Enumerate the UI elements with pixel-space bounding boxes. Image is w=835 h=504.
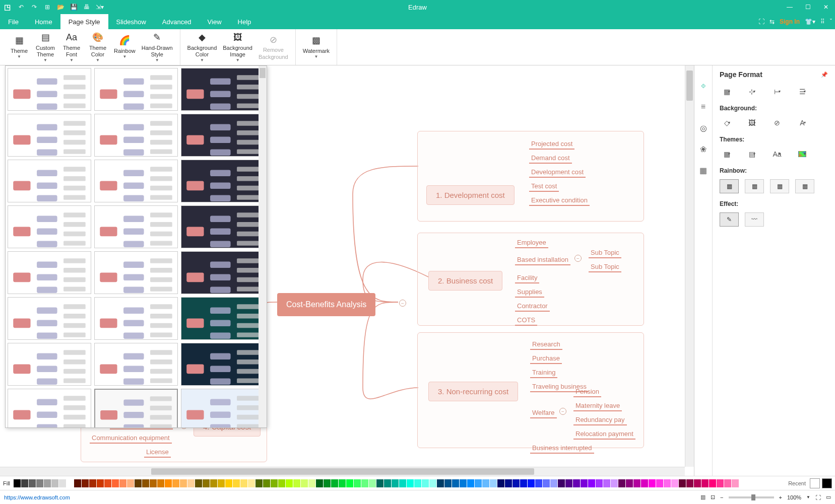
leaf[interactable]: Based installation	[515, 255, 570, 265]
color-swatch[interactable]	[97, 479, 104, 487]
leaf[interactable]: Communication equipment	[90, 433, 172, 444]
color-swatch[interactable]	[74, 479, 81, 487]
expand-toggle[interactable]: −	[574, 255, 582, 262]
bg-watermark-icon[interactable]: A▼	[795, 117, 809, 129]
bg-remove-icon[interactable]: ⊘	[770, 117, 784, 129]
color-swatch[interactable]	[14, 479, 21, 487]
theme-palette-icon[interactable]: ▼	[795, 148, 809, 160]
color-swatch[interactable]	[497, 479, 504, 487]
theme-thumbnail[interactable]	[8, 389, 91, 428]
theme-thumbnail[interactable]	[181, 297, 265, 340]
undo-icon[interactable]: ↶	[17, 3, 25, 11]
theme-thumbnail[interactable]	[181, 160, 265, 202]
theme-thumbnail[interactable]	[181, 205, 265, 248]
color-swatch[interactable]	[543, 479, 550, 487]
color-swatch[interactable]	[271, 479, 278, 487]
color-swatch[interactable]	[633, 479, 640, 487]
leaf[interactable]: Supplies	[515, 287, 544, 298]
layout-option-4[interactable]: ☰▼	[795, 86, 809, 98]
color-swatch[interactable]	[89, 479, 96, 487]
color-swatch[interactable]	[376, 479, 383, 487]
leaf[interactable]: Test cost	[529, 181, 559, 192]
color-swatch[interactable]	[36, 479, 43, 487]
leaf[interactable]: Relocation payment	[573, 429, 635, 440]
color-swatch[interactable]	[316, 479, 323, 487]
leaf[interactable]: License	[144, 447, 171, 458]
theme-thumbnail[interactable]	[94, 251, 178, 294]
color-swatch[interactable]	[339, 479, 346, 487]
color-swatch[interactable]	[444, 479, 452, 487]
theme-custom-icon[interactable]: ▤▼	[745, 148, 759, 160]
color-swatch[interactable]	[414, 479, 421, 487]
sign-in-link[interactable]: Sign In	[780, 18, 800, 25]
color-swatch[interactable]	[82, 479, 89, 487]
color-swatch[interactable]	[218, 479, 225, 487]
color-swatch[interactable]	[724, 479, 731, 487]
tab-help[interactable]: Help	[230, 14, 260, 29]
color-swatch[interactable]	[301, 479, 308, 487]
theme-thumbnail[interactable]	[8, 114, 91, 157]
color-swatch[interactable]	[671, 479, 678, 487]
horizontal-scrollbar[interactable]	[0, 467, 685, 476]
bg-image-icon[interactable]: 🖼▼	[745, 117, 759, 129]
rainbow-opt-1[interactable]: ▦	[720, 179, 739, 193]
theme-thumbnail[interactable]	[94, 160, 178, 202]
leaf[interactable]: Development cost	[529, 167, 586, 178]
branch-2[interactable]: 2. Business cost	[428, 271, 502, 291]
color-swatch[interactable]	[248, 479, 255, 487]
recent-color-2[interactable]	[822, 478, 832, 488]
theme-button[interactable]: ▦Theme▼	[6, 29, 32, 65]
color-swatch[interactable]	[278, 479, 285, 487]
color-swatch[interactable]	[150, 479, 157, 487]
new-icon[interactable]: ⊞	[43, 3, 51, 11]
zoom-in-button[interactable]: +	[779, 494, 782, 500]
theme-color-button[interactable]: 🎨Theme Color▼	[85, 29, 111, 65]
calendar-icon[interactable]: ▦	[698, 165, 709, 175]
share-icon[interactable]: ⇆	[769, 18, 775, 25]
maximize-button[interactable]: ☐	[799, 0, 817, 14]
theme-thumbnail[interactable]	[181, 389, 265, 428]
color-swatch[interactable]	[172, 479, 179, 487]
color-swatch[interactable]	[429, 479, 436, 487]
theme-thumbnail[interactable]	[181, 343, 265, 386]
rainbow-opt-3[interactable]: ▦	[770, 179, 789, 193]
collapse-ribbon-icon[interactable]: ˇ	[830, 18, 832, 25]
tab-view[interactable]: View	[200, 14, 230, 29]
watermark-button[interactable]: ▩Watermark▼	[300, 29, 333, 65]
color-swatch[interactable]	[233, 479, 240, 487]
color-swatch[interactable]	[649, 479, 656, 487]
color-swatch[interactable]	[565, 479, 572, 487]
theme-thumbnail[interactable]	[8, 251, 91, 294]
color-swatch[interactable]	[255, 479, 263, 487]
color-swatch[interactable]	[596, 479, 603, 487]
tab-home[interactable]: Home	[27, 14, 60, 29]
effect-opt-2[interactable]: 〰	[745, 212, 764, 227]
zoom-value[interactable]: 100%	[787, 494, 801, 500]
color-swatch[interactable]	[460, 479, 467, 487]
expand-toggle[interactable]: −	[399, 300, 406, 307]
color-swatch[interactable]	[67, 479, 74, 487]
color-swatch[interactable]	[407, 479, 414, 487]
color-swatch[interactable]	[263, 479, 270, 487]
leaf[interactable]: Sub Topic	[589, 248, 621, 258]
leaf[interactable]: Employee	[515, 238, 548, 248]
leaf[interactable]: Executive condition	[529, 195, 590, 206]
color-swatch[interactable]	[21, 479, 28, 487]
color-swatch[interactable]	[701, 479, 709, 487]
color-swatch[interactable]	[475, 479, 482, 487]
minimize-button[interactable]: —	[781, 0, 799, 14]
fit-page-icon[interactable]: ⛶	[815, 494, 821, 500]
color-swatch[interactable]	[293, 479, 300, 487]
color-swatch[interactable]	[195, 479, 202, 487]
save-icon[interactable]: 💾	[70, 3, 78, 11]
theme-thumbnail[interactable]	[8, 160, 91, 202]
color-swatch[interactable]	[520, 479, 527, 487]
leaf[interactable]: Sub Topic	[589, 262, 621, 272]
color-swatch[interactable]	[119, 479, 126, 487]
color-swatch[interactable]	[603, 479, 610, 487]
color-swatch[interactable]	[512, 479, 520, 487]
remove-background-button[interactable]: ⊘Remove Background	[255, 29, 291, 65]
color-swatch[interactable]	[369, 479, 376, 487]
vertical-scrollbar[interactable]	[685, 65, 694, 467]
fit-window-icon[interactable]: ⊡	[711, 494, 715, 500]
